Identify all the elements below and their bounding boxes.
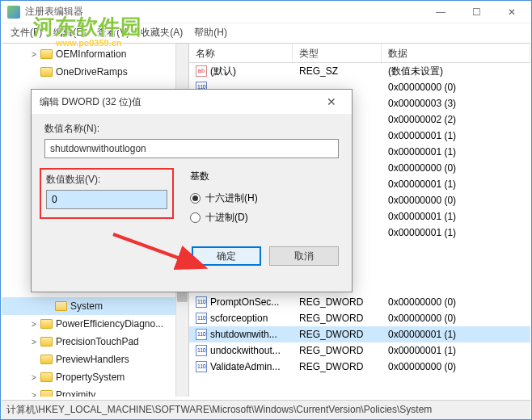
menu-edit[interactable]: 编辑(E) bbox=[49, 24, 91, 41]
base-label: 基数 bbox=[190, 170, 258, 183]
menubar: 文件(F) 编辑(E) 查看(V) 收藏夹(A) 帮助(H) bbox=[1, 23, 531, 41]
minimize-button[interactable]: — bbox=[423, 1, 458, 23]
dialog-title: 编辑 DWORD (32 位)值 bbox=[40, 95, 319, 109]
dialog-close-button[interactable]: ✕ bbox=[319, 90, 344, 114]
titlebar: 注册表编辑器 — ☐ ✕ bbox=[1, 1, 531, 23]
edit-dword-dialog: 编辑 DWORD (32 位)值 ✕ 数值名称(N): 数值数据(V): 基数 … bbox=[31, 89, 353, 292]
cancel-button[interactable]: 取消 bbox=[269, 246, 339, 266]
col-name[interactable]: 名称 bbox=[189, 44, 293, 62]
list-row[interactable]: ValidateAdmin...REG_DWORD0x00000000 (0) bbox=[189, 359, 530, 375]
radio-hex-dot[interactable] bbox=[190, 193, 201, 204]
value-data-input[interactable] bbox=[46, 190, 167, 209]
value-name-input[interactable] bbox=[44, 139, 339, 158]
base-group: 基数 十六进制(H) 十进制(D) bbox=[190, 170, 258, 227]
value-name-label: 数值名称(N): bbox=[44, 122, 339, 136]
dialog-titlebar: 编辑 DWORD (32 位)值 ✕ bbox=[32, 90, 352, 114]
menu-view[interactable]: 查看(V) bbox=[92, 24, 134, 41]
menu-file[interactable]: 文件(F) bbox=[6, 24, 47, 41]
radio-dec[interactable]: 十进制(D) bbox=[190, 208, 258, 227]
tree-item[interactable]: >PowerEfficiencyDiagno... bbox=[2, 315, 188, 333]
window-title: 注册表编辑器 bbox=[25, 5, 423, 19]
tree-item[interactable]: >PrecisionTouchPad bbox=[2, 333, 188, 351]
menu-help[interactable]: 帮助(H) bbox=[189, 24, 232, 41]
maximize-button[interactable]: ☐ bbox=[458, 1, 494, 23]
col-type[interactable]: 类型 bbox=[293, 44, 382, 62]
highlight-box: 数值数据(V): bbox=[40, 168, 174, 219]
list-row[interactable]: (默认)REG_SZ(数值未设置) bbox=[189, 63, 530, 79]
ok-button[interactable]: 确定 bbox=[192, 246, 261, 266]
statusbar: 计算机\HKEY_LOCAL_MACHINE\SOFTWARE\Microsof… bbox=[2, 400, 530, 419]
radio-dec-dot[interactable] bbox=[190, 212, 201, 223]
menu-favorites[interactable]: 收藏夹(A) bbox=[136, 24, 188, 41]
list-row[interactable]: scforceoptionREG_DWORD0x00000000 (0) bbox=[189, 310, 530, 326]
list-row[interactable]: undockwithout...REG_DWORD0x00000001 (1) bbox=[189, 342, 530, 359]
tree-item[interactable]: >PropertySystem bbox=[2, 368, 188, 386]
list-header: 名称 类型 数据 bbox=[189, 44, 530, 63]
col-data[interactable]: 数据 bbox=[382, 44, 530, 62]
app-icon bbox=[7, 6, 20, 19]
value-data-label: 数值数据(V): bbox=[46, 173, 167, 187]
tree-item[interactable]: >Proximity bbox=[2, 386, 188, 397]
list-row[interactable]: PromptOnSec...REG_DWORD0x00000000 (0) bbox=[189, 294, 530, 310]
status-path: 计算机\HKEY_LOCAL_MACHINE\SOFTWARE\Microsof… bbox=[6, 403, 432, 417]
radio-hex-label: 十六进制(H) bbox=[205, 191, 258, 205]
close-button[interactable]: ✕ bbox=[494, 1, 530, 23]
tree-item[interactable]: System bbox=[2, 297, 188, 315]
tree-item[interactable]: >OEMInformation bbox=[2, 45, 188, 63]
radio-dec-label: 十进制(D) bbox=[205, 211, 248, 225]
radio-hex[interactable]: 十六进制(H) bbox=[190, 188, 258, 208]
list-row[interactable]: shutdownwith...REG_DWORD0x00000001 (1) bbox=[189, 326, 530, 342]
tree-item[interactable]: OneDriveRamps bbox=[2, 63, 188, 81]
tree-item[interactable]: PreviewHandlers bbox=[2, 351, 188, 368]
